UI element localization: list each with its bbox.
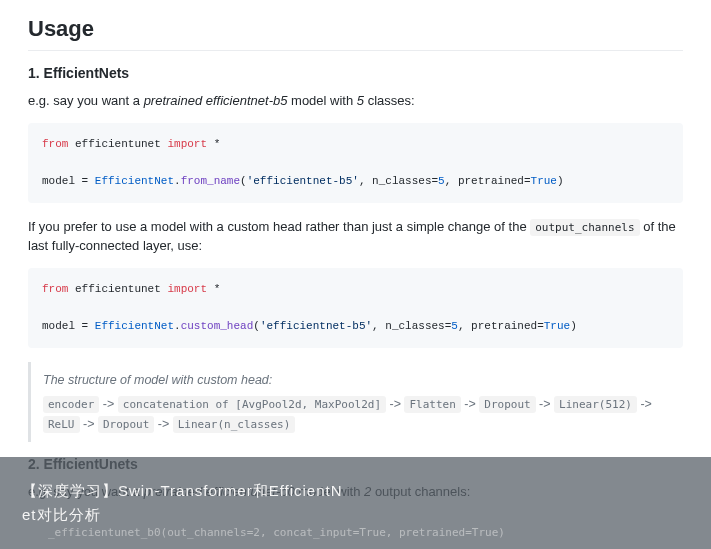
arrow: -> [99, 397, 117, 411]
bool-arg: True [544, 320, 570, 332]
inline-code: output_channels [530, 219, 639, 236]
overlay-ghost-code: _efficientunet_b0(out_channels=2, concat… [48, 526, 505, 539]
em-count: 5 [357, 93, 364, 108]
q-token: encoder [43, 396, 99, 413]
code-text: , n_classes= [359, 175, 438, 187]
quote-body: encoder -> concatenation of [AvgPool2d, … [43, 394, 671, 434]
code-text: efficientunet [68, 138, 167, 150]
para-intro-1: e.g. say you want a pretrained efficient… [28, 91, 683, 111]
code-text: ( [240, 175, 247, 187]
text: model with [287, 93, 356, 108]
q-token: Dropout [98, 416, 154, 433]
class-name: EfficientNet [95, 320, 174, 332]
q-token: Dropout [479, 396, 535, 413]
kw-from: from [42, 283, 68, 295]
arrow: -> [536, 397, 554, 411]
code-text: ) [557, 175, 564, 187]
string-arg: 'efficientnet-b5' [260, 320, 372, 332]
code-text: * [207, 138, 220, 150]
kw-import: import [167, 283, 207, 295]
fn-name: custom_head [181, 320, 254, 332]
arrow: -> [637, 397, 652, 411]
q-token: concatenation of [AvgPool2d, MaxPool2d] [118, 396, 386, 413]
arrow: -> [154, 417, 172, 431]
bool-arg: True [531, 175, 557, 187]
overlay-title-line1: 【深度学习】Swin-Transformer和EfficientN [22, 479, 711, 503]
arrow: -> [386, 397, 404, 411]
kw-import: import [167, 138, 207, 150]
kw-from: from [42, 138, 68, 150]
arrow: -> [80, 417, 98, 431]
code-text: efficientunet [68, 283, 167, 295]
code-block-1: from efficientunet import * model = Effi… [28, 123, 683, 203]
string-arg: 'efficientnet-b5' [247, 175, 359, 187]
code-text: . [174, 320, 181, 332]
q-token: Linear(512) [554, 396, 637, 413]
code-text: . [174, 175, 181, 187]
arrow: -> [461, 397, 479, 411]
quote-heading: The structure of model with custom head: [43, 370, 671, 390]
blockquote-structure: The structure of model with custom head:… [28, 362, 683, 442]
q-token: Linear(n_classes) [173, 416, 296, 433]
code-text: , n_classes= [372, 320, 451, 332]
text: If you prefer to use a model with a cust… [28, 219, 530, 234]
heading-usage: Usage [28, 16, 683, 51]
para-custom-head: If you prefer to use a model with a cust… [28, 217, 683, 256]
document-body: Usage 1. EfficientNets e.g. say you want… [0, 0, 711, 529]
overlay-title-line2: et对比分析 [22, 503, 711, 527]
overlay-banner: 【深度学习】Swin-Transformer和EfficientN et对比分析… [0, 457, 711, 549]
code-text: model = [42, 320, 95, 332]
num-arg: 5 [451, 320, 458, 332]
code-text: ) [570, 320, 577, 332]
text: e.g. say you want a [28, 93, 144, 108]
code-text: ( [253, 320, 260, 332]
class-name: EfficientNet [95, 175, 174, 187]
q-token: Flatten [404, 396, 460, 413]
em-model: pretrained efficientnet-b5 [144, 93, 288, 108]
heading-efficientnets: 1. EfficientNets [28, 65, 683, 81]
text: classes: [364, 93, 415, 108]
fn-name: from_name [181, 175, 240, 187]
code-block-2: from efficientunet import * model = Effi… [28, 268, 683, 348]
code-text: model = [42, 175, 95, 187]
code-text: , pretrained= [445, 175, 531, 187]
q-token: ReLU [43, 416, 80, 433]
num-arg: 5 [438, 175, 445, 187]
code-text: * [207, 283, 220, 295]
code-text: , pretrained= [458, 320, 544, 332]
